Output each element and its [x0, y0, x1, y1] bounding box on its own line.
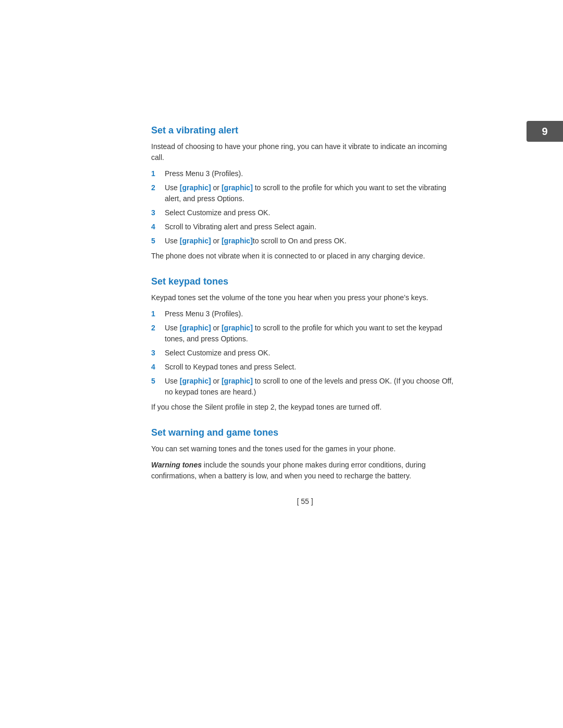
step-item: 1 Press Menu 3 (Profiles).: [151, 309, 459, 319]
step-number: 3: [151, 207, 162, 218]
content-area: Set a vibrating alert Instead of choosin…: [0, 0, 563, 547]
step-number: 5: [151, 236, 162, 246]
section-title-vibrating-alert: Set a vibrating alert: [151, 125, 459, 136]
step-item: 3 Select Customize and press OK.: [151, 348, 459, 359]
step-item: 5 Use [graphic] or [graphic] to scroll t…: [151, 376, 459, 398]
section-vibrating-alert: Set a vibrating alert Instead of choosin…: [151, 125, 459, 262]
step-number: 2: [151, 182, 162, 193]
step-item: 5 Use [graphic] or [graphic]to scroll to…: [151, 236, 459, 246]
step-text: Select Customize and press OK.: [165, 348, 459, 359]
graphic-tag: [graphic]: [180, 324, 211, 332]
graphic-tag: [graphic]: [180, 377, 211, 385]
graphic-tag: [graphic]: [222, 237, 253, 245]
step-text: Select Customize and press OK.: [165, 207, 459, 218]
step-text: Use [graphic] or [graphic] to scroll to …: [165, 182, 459, 204]
step-item: 4 Scroll to Keypad tones and press Selec…: [151, 362, 459, 373]
section-warning-game-tones: Set warning and game tones You can set w…: [151, 427, 459, 482]
step-number: 3: [151, 348, 162, 359]
step-text: Press Menu 3 (Profiles).: [165, 309, 459, 319]
warning-tones-body: Warning tones include the sounds your ph…: [151, 460, 459, 482]
step-item: 4 Scroll to Vibrating alert and press Se…: [151, 221, 459, 232]
graphic-tag: [graphic]: [180, 183, 211, 192]
graphic-tag: [graphic]: [222, 377, 253, 385]
section-intro-keypad-tones: Keypad tones set the volume of the tone …: [151, 292, 459, 303]
step-number: 1: [151, 168, 162, 179]
page-number-container: [ 55 ]: [151, 497, 459, 505]
step-text: Scroll to Keypad tones and press Select.: [165, 362, 459, 373]
step-number: 4: [151, 221, 162, 232]
step-text: Use [graphic] or [graphic] to scroll to …: [165, 323, 459, 344]
graphic-tag: [graphic]: [222, 183, 253, 192]
chapter-tab: 9: [527, 121, 563, 142]
step-number: 4: [151, 362, 162, 373]
chapter-number: 9: [542, 126, 547, 138]
step-item: 2 Use [graphic] or [graphic] to scroll t…: [151, 182, 459, 204]
step-text: Use [graphic] or [graphic] to scroll to …: [165, 376, 459, 398]
step-number: 2: [151, 323, 162, 334]
graphic-tag: [graphic]: [180, 237, 211, 245]
steps-list-vibrating-alert: 1 Press Menu 3 (Profiles). 2 Use [graphi…: [151, 168, 459, 246]
page-number: [ 55 ]: [297, 497, 313, 505]
step-text: Scroll to Vibrating alert and press Sele…: [165, 221, 459, 232]
section-intro-vibrating-alert: Instead of choosing to have your phone r…: [151, 141, 459, 163]
graphic-tag: [graphic]: [222, 324, 253, 332]
page-container: 9 Set a vibrating alert Instead of choos…: [0, 0, 563, 728]
step-number: 1: [151, 309, 162, 319]
step-item: 2 Use [graphic] or [graphic] to scroll t…: [151, 323, 459, 344]
warning-tones-italic: Warning tones: [151, 461, 202, 469]
steps-list-keypad-tones: 1 Press Menu 3 (Profiles). 2 Use [graphi…: [151, 309, 459, 398]
section-keypad-tones: Set keypad tones Keypad tones set the vo…: [151, 276, 459, 413]
note-keypad-tones: If you chose the Silent profile in step …: [151, 402, 459, 413]
section-title-keypad-tones: Set keypad tones: [151, 276, 459, 287]
note-vibrating-alert: The phone does not vibrate when it is co…: [151, 251, 459, 262]
step-number: 5: [151, 376, 162, 387]
section-title-warning-game-tones: Set warning and game tones: [151, 427, 459, 438]
step-item: 1 Press Menu 3 (Profiles).: [151, 168, 459, 179]
step-text: Press Menu 3 (Profiles).: [165, 168, 459, 179]
section-intro-warning-game-tones: You can set warning tones and the tones …: [151, 443, 459, 454]
step-text: Use [graphic] or [graphic]to scroll to O…: [165, 236, 459, 246]
step-item: 3 Select Customize and press OK.: [151, 207, 459, 218]
